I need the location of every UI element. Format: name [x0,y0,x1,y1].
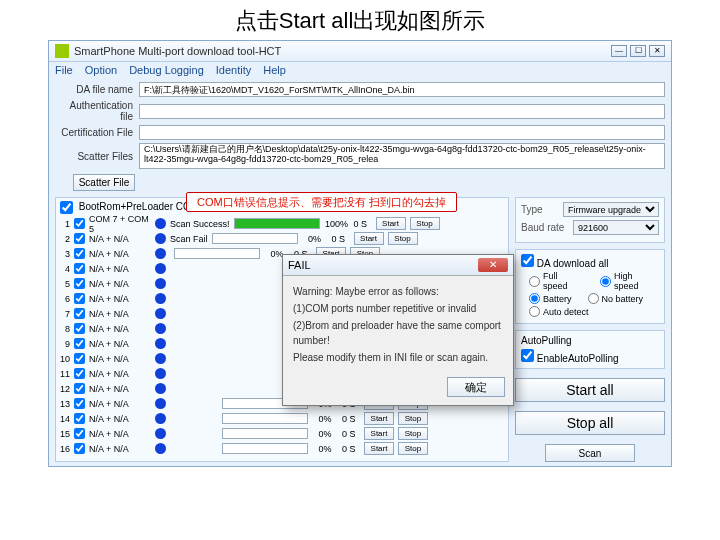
scan-button[interactable]: Scan [545,444,635,462]
port-checkbox[interactable] [74,278,85,289]
port-com-label: N/A + N/A [89,249,151,259]
progress-bar [212,233,298,244]
menu-option[interactable]: Option [85,64,117,76]
time-label: 0 S [342,444,360,454]
port-checkbox[interactable] [74,368,85,379]
stop-button[interactable]: Stop [410,217,440,230]
port-checkbox[interactable] [74,263,85,274]
port-com-label: N/A + N/A [89,429,151,439]
sel-all-checkbox[interactable] [60,201,73,214]
window-title: SmartPhone Multi-port download tool-HCT [74,45,281,57]
dialog-ok-button[interactable]: 确定 [447,377,505,397]
port-com-label: N/A + N/A [89,414,151,424]
port-row: 2N/A + N/AScan Fail0%0 SStartStop [60,231,504,246]
auth-file-field[interactable] [139,104,665,119]
menu-file[interactable]: File [55,64,73,76]
port-checkbox[interactable] [74,398,85,409]
progress-bar [234,218,320,229]
baud-select[interactable]: 921600 [573,220,659,235]
port-index: 3 [60,249,70,259]
port-com-label: N/A + N/A [89,294,151,304]
status-dot-icon [155,308,166,319]
port-checkbox[interactable] [74,323,85,334]
cert-file-field[interactable] [139,125,665,140]
dialog-title: FAIL [288,259,311,271]
minimize-button[interactable]: — [611,45,627,57]
menu-debug-logging[interactable]: Debug Logging [129,64,204,76]
port-index: 2 [60,234,70,244]
status-dot-icon [155,353,166,364]
scatter-file-button[interactable]: Scatter File [73,174,135,191]
page-caption: 点击Start all出现如图所示 [0,0,720,40]
port-checkbox[interactable] [74,428,85,439]
port-index: 4 [60,264,70,274]
port-com-label: N/A + N/A [89,354,151,364]
stop-button[interactable]: Stop [388,232,418,245]
da-file-field[interactable]: F:\新工具待验证\1620\MDT_V1620_ForSMT\MTK_AllI… [139,82,665,97]
da-download-all-label: DA download all [537,258,609,269]
time-label: 0 S [332,234,350,244]
stop-button[interactable]: Stop [398,412,428,425]
port-checkbox[interactable] [74,248,85,259]
port-index: 11 [60,369,70,379]
port-checkbox[interactable] [74,413,85,424]
start-button[interactable]: Start [364,442,394,455]
enable-autopolling-checkbox[interactable] [521,349,534,362]
stop-all-button[interactable]: Stop all [515,411,665,435]
com-error-callout: COM口错误信息提示、需要把没有 扫到口的勾去掉 [186,192,457,212]
scan-fail-label: Scan Fail [170,234,208,244]
status-dot-icon [155,278,166,289]
close-button[interactable]: ✕ [649,45,665,57]
auth-file-label: Authentication file [55,100,139,122]
port-index: 14 [60,414,70,424]
auto-detect-radio[interactable] [529,306,540,317]
start-button[interactable]: Start [376,217,406,230]
port-checkbox[interactable] [74,308,85,319]
menu-help[interactable]: Help [263,64,286,76]
start-button[interactable]: Start [364,412,394,425]
port-checkbox[interactable] [74,353,85,364]
battery-radio[interactable] [529,293,540,304]
stop-button[interactable]: Stop [398,427,428,440]
high-speed-radio[interactable] [600,276,611,287]
no-battery-radio[interactable] [588,293,599,304]
port-index: 13 [60,399,70,409]
port-com-label: N/A + N/A [89,309,151,319]
scan-success-label: Scan Success! [170,219,230,229]
status-dot-icon [155,383,166,394]
cert-file-label: Certification File [55,127,139,138]
port-checkbox[interactable] [74,293,85,304]
start-all-button[interactable]: Start all [515,378,665,402]
start-button[interactable]: Start [354,232,384,245]
start-button[interactable]: Start [364,427,394,440]
maximize-button[interactable]: ☐ [630,45,646,57]
type-select[interactable]: Firmware upgrade [563,202,659,217]
percent-label: 0% [312,429,338,439]
menu-identity[interactable]: Identity [216,64,251,76]
stop-button[interactable]: Stop [398,442,428,455]
full-speed-radio[interactable] [529,276,540,287]
time-label: 0 S [354,219,372,229]
progress-bar [222,413,308,424]
port-checkbox[interactable] [74,443,85,454]
progress-bar [174,248,260,259]
dialog-body: Warning: Maybe error as follows: (1)COM … [283,276,513,373]
port-row: 15N/A + N/A0%0 SStartStop [60,426,504,441]
status-dot-icon [155,443,166,454]
port-com-label: N/A + N/A [89,324,151,334]
status-dot-icon [155,323,166,334]
port-checkbox[interactable] [74,338,85,349]
port-row: 1COM 7 + COM 5Scan Success!100%0 SStartS… [60,216,504,231]
status-dot-icon [155,263,166,274]
dialog-close-button[interactable]: ✕ [478,258,508,272]
app-icon [55,44,69,58]
type-label: Type [521,204,559,215]
port-index: 15 [60,429,70,439]
da-download-all-checkbox[interactable] [521,254,534,267]
scatter-file-field[interactable]: C:\Users\请新建自己的用户名\Desktop\data\t25y-oni… [139,143,665,169]
port-checkbox[interactable] [74,218,85,229]
port-index: 7 [60,309,70,319]
port-checkbox[interactable] [74,383,85,394]
port-com-label: COM 7 + COM 5 [89,214,151,234]
port-checkbox[interactable] [74,233,85,244]
